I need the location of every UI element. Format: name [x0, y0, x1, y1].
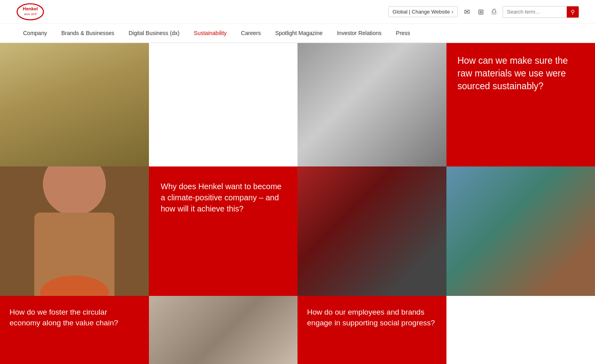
- factory-worker-image[interactable]: [298, 166, 446, 296]
- shoes-field-image[interactable]: [0, 43, 149, 166]
- nav-item-investor[interactable]: Investor Relations: [330, 23, 389, 43]
- person-fruits-image[interactable]: [0, 166, 149, 296]
- search-input[interactable]: [503, 6, 567, 17]
- global-website-button[interactable]: Global | Change Website ›: [388, 6, 458, 17]
- river-cleanup-image[interactable]: [446, 166, 595, 296]
- main-nav: Company Brands & Businesses Digital Busi…: [0, 24, 595, 43]
- email-icon[interactable]: ✉: [462, 6, 472, 18]
- header-right: Global | Change Website › ✉ ⊞ ⎙ ⚲: [388, 6, 579, 18]
- climate-positive-text: Why does Henkel want to become a climate…: [161, 181, 286, 214]
- circular-economy-red-cell[interactable]: How do we foster the circular economy al…: [0, 296, 149, 364]
- raw-materials-red-cell[interactable]: How can we make sure the raw materials w…: [446, 43, 595, 166]
- nav-item-careers[interactable]: Careers: [234, 23, 268, 43]
- search-button[interactable]: ⚲: [567, 6, 579, 18]
- henkel-logo[interactable]: Henkel since 1876: [16, 2, 45, 22]
- nav-item-company[interactable]: Company: [16, 23, 54, 43]
- svg-text:since 1876: since 1876: [24, 12, 37, 15]
- empty-cell-2: [149, 105, 298, 166]
- svg-text:Henkel: Henkel: [23, 6, 38, 11]
- nav-item-digital[interactable]: Digital Business (dx): [121, 23, 187, 43]
- truck-image[interactable]: [298, 43, 446, 166]
- climate-positive-red-cell[interactable]: Why does Henkel want to become a climate…: [149, 166, 298, 296]
- empty-cell-1: [149, 43, 298, 105]
- bookmark-icon[interactable]: ⊞: [476, 6, 485, 18]
- nav-item-brands[interactable]: Brands & Businesses: [54, 23, 121, 43]
- share-icon[interactable]: ⎙: [490, 6, 498, 18]
- circular-economy-text: How do we foster the circular economy al…: [10, 307, 139, 328]
- search-box: ⚲: [503, 6, 579, 18]
- header: Henkel since 1876 Global | Change Websit…: [0, 0, 595, 24]
- nav-item-sustainability[interactable]: Sustainability: [187, 23, 234, 43]
- nav-item-spotlight[interactable]: Spotlight Magazine: [268, 23, 330, 43]
- woman-child-image[interactable]: [149, 296, 298, 364]
- chevron-right-icon: ›: [452, 9, 453, 15]
- empty-cell-bot: [446, 296, 595, 364]
- raw-materials-text: How can we make sure the raw materials w…: [458, 54, 584, 93]
- global-label: Global | Change Website: [393, 9, 450, 15]
- top-grid-section: How can we make sure the raw materials w…: [0, 43, 595, 166]
- mid-grid-section: Why does Henkel want to become a climate…: [0, 166, 595, 296]
- social-progress-red-cell[interactable]: How do our employees and brands engage i…: [298, 296, 446, 364]
- nav-item-press[interactable]: Press: [389, 23, 417, 43]
- logo-wrap: Henkel since 1876: [16, 2, 45, 22]
- bot-grid-section: How do we foster the circular economy al…: [0, 296, 595, 364]
- social-progress-text: How do our employees and brands engage i…: [307, 307, 437, 328]
